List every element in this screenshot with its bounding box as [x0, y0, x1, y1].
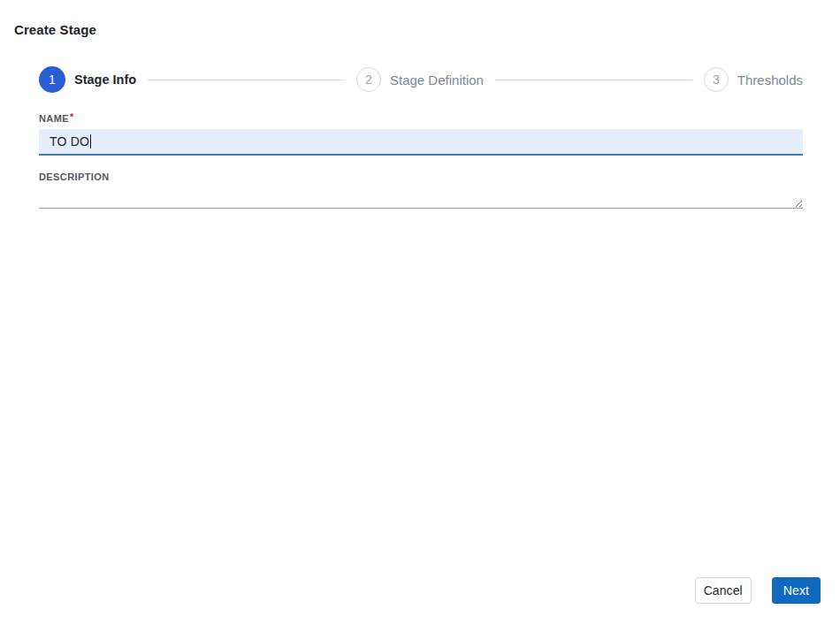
stepper-connector-1: [148, 80, 345, 80]
stepper: 1 Stage Info 2 Stage Definition 3 Thresh…: [39, 66, 803, 93]
text-caret: [90, 134, 91, 149]
step-1-label: Stage Info: [74, 72, 136, 87]
cancel-button[interactable]: Cancel: [695, 577, 752, 604]
name-label: NAME*: [39, 113, 74, 124]
page-title: Create Stage: [14, 22, 96, 37]
step-stage-info[interactable]: 1 Stage Info: [39, 66, 136, 93]
name-label-text: NAME: [39, 113, 69, 124]
step-3-circle-icon: 3: [704, 67, 729, 92]
step-thresholds[interactable]: 3 Thresholds: [704, 67, 803, 92]
step-2-label: Stage Definition: [390, 72, 484, 88]
description-label: DESCRIPTION: [39, 171, 110, 182]
next-button[interactable]: Next: [772, 577, 821, 604]
step-2-circle-icon: 2: [356, 67, 381, 92]
footer-actions: Cancel Next: [695, 577, 821, 604]
stepper-connector-2: [495, 80, 692, 80]
step-stage-definition[interactable]: 2 Stage Definition: [356, 67, 484, 92]
step-3-label: Thresholds: [737, 72, 803, 88]
step-1-circle-icon: 1: [39, 66, 65, 93]
name-input[interactable]: TO DO: [39, 129, 803, 156]
description-input[interactable]: [39, 185, 803, 209]
required-asterisk: *: [70, 111, 74, 122]
name-input-value: TO DO: [50, 134, 89, 149]
